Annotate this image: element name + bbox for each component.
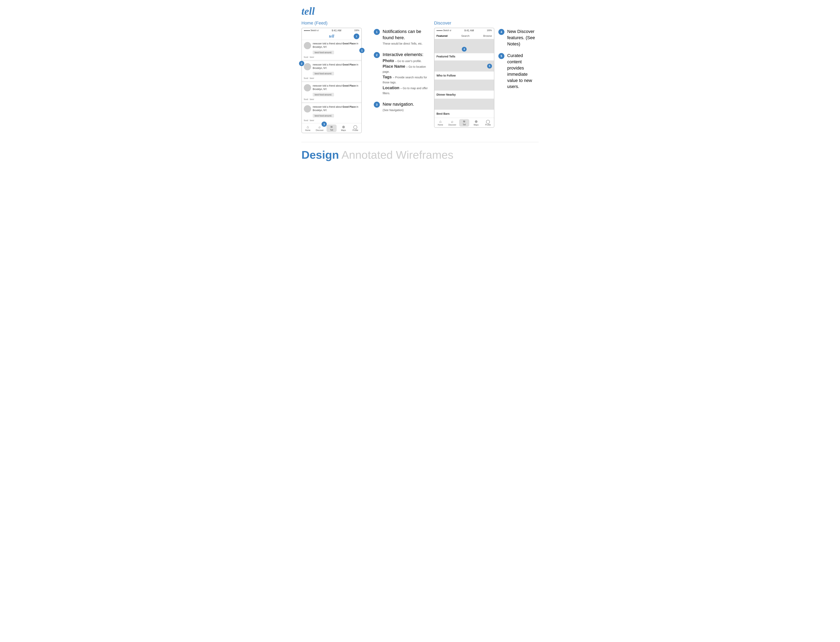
feed-tag[interactable]: food (304, 56, 308, 58)
discover-nav-maps[interactable]: ⊕ Maps (471, 120, 481, 126)
feed-tag[interactable]: food (304, 98, 308, 101)
tab-browse[interactable]: Browse (483, 34, 492, 37)
nav-maps[interactable]: ⊕ Maps (338, 125, 348, 131)
ann-text-5: Curated content provides immediate value… (507, 53, 539, 90)
feed-tags: food beer (304, 55, 359, 58)
feed-tag[interactable]: food (304, 77, 308, 79)
discover-status-signal: ●●●●● Sketch ⊄ (437, 29, 451, 32)
status-battery: 100% (354, 29, 359, 32)
feed-tags: food beer (304, 119, 359, 122)
ann-location: Location (383, 86, 399, 90)
feed-text: newuser told a friend about Good Place i… (313, 63, 359, 70)
ann-photo-desc: – Go to user's profile. (395, 60, 422, 63)
home-section-title: Home (Feed) (301, 21, 370, 26)
annotation-1: 1 Notifications can be found here. These… (374, 29, 430, 46)
annotation-2: 2 Interactive elements: Photo – Go to us… (374, 52, 430, 96)
best-bars-section: Best Bars (434, 110, 494, 117)
discover-status-time: 9:41 AM (465, 29, 474, 32)
annotation-badge-3: 3 (322, 122, 327, 127)
page-wrapper: tell Home (Feed) 1 2 3 ●●●●● Sketch ⊄ 9:… (293, 0, 547, 167)
feed-tags: food beer (304, 97, 359, 101)
discover-badge-4: 4 (462, 47, 466, 52)
discover-nav-profile[interactable]: ◯ Profile (483, 120, 493, 126)
home-section: Home (Feed) 1 2 3 ●●●●● Sketch ⊄ 9:41 AM… (301, 21, 370, 134)
home-icon: ⌂ (307, 125, 309, 129)
tab-featured[interactable]: Featured (437, 34, 448, 37)
nav-home[interactable]: ⌂ Home (303, 125, 313, 131)
discover-phone-mockup: ●●●●● Sketch ⊄ 9:41 AM 100% Featured Sea… (434, 28, 494, 128)
feed-item-4: newuser told a friend about Good Place i… (302, 103, 361, 123)
nav-tell-label-d: Tell (463, 123, 466, 126)
nav-profile[interactable]: ◯ Profile (350, 125, 360, 131)
feed-item-header: newuser told a friend about Good Place i… (304, 42, 359, 49)
feed-avatar[interactable] (304, 42, 311, 49)
ann-text-4: New Discover features. (See Notes) (507, 29, 539, 47)
tell-icon: ≋ (330, 125, 333, 128)
status-time: 9:41 AM (332, 29, 341, 32)
maps-icon-d: ⊕ (474, 120, 478, 123)
ann-large-3: New navigation. (383, 102, 414, 107)
feed-text: newuser told a friend about Good Place i… (313, 105, 359, 112)
discover-nav-discover[interactable]: ⌕ Discover (447, 120, 457, 126)
profile-icon-d: ◯ (486, 120, 490, 123)
right-annotation-5: 5 Curated content provides immediate val… (498, 53, 539, 90)
ann-large-5: Curated content provides immediate value… (507, 53, 532, 89)
phone-nav: ⌂ Home ⌕ Discover ≋ Tell ⊕ (302, 123, 361, 133)
annotation-3: 3 New navigation. (See Navigation) (374, 101, 430, 112)
ann-large-1: Notifications can be found here. (383, 29, 421, 40)
ann-number-5: 5 (498, 53, 504, 59)
feed-tag[interactable]: food (304, 119, 308, 122)
ann-small-3: (See Navigation) (383, 109, 403, 112)
nav-home-label-d: Home (438, 124, 443, 126)
ann-large-2: Interactive elements: (383, 52, 423, 57)
feed-tags: food beer (304, 76, 359, 80)
best-bars-content (434, 99, 494, 110)
annotation-badge-1: 1 (359, 48, 364, 53)
dinner-nearby-section: Dinner Nearby (434, 91, 494, 98)
nav-discover-label: Discover (316, 129, 323, 131)
status-signal: ●●●●● Sketch ⊄ (304, 29, 319, 32)
who-to-follow-label: Who to Follow (437, 74, 492, 77)
feed-tag[interactable]: beer (310, 98, 314, 101)
right-annotation-4: 4 New Discover features. (See Notes) (498, 29, 539, 47)
best-bars-label: Best Bars (437, 112, 492, 115)
feed-tag[interactable]: beer (310, 56, 314, 58)
nav-profile-label-d: Profile (485, 124, 491, 126)
who-to-follow-section: Who to Follow (434, 72, 494, 79)
ann-photo: Photo (383, 58, 394, 63)
nav-home-label: Home (305, 129, 310, 131)
feed-avatar[interactable] (304, 63, 311, 70)
discover-status-bar: ●●●●● Sketch ⊄ 9:41 AM 100% (434, 28, 494, 33)
feed-avatar[interactable] (304, 105, 311, 112)
feed-quote: best food around. (313, 93, 334, 96)
ann-number-1: 1 (374, 29, 380, 35)
ann-small-1: These would be direct Tells, etc. (383, 42, 422, 45)
nav-tell[interactable]: ≋ Tell (327, 125, 336, 132)
dinner-nearby-content (434, 79, 494, 91)
notification-badge[interactable]: 1 (354, 34, 359, 39)
footer-bold: Design (301, 148, 339, 161)
featured-tells-label: Featured Tells (437, 55, 492, 58)
feed-tag[interactable]: beer (310, 119, 314, 122)
nav-maps-label: Maps (341, 129, 346, 131)
tab-search[interactable]: Search (461, 34, 470, 37)
discover-badge-5: 5 (487, 64, 492, 68)
feed-quote: best food around. (313, 50, 334, 54)
discover-status-battery: 100% (487, 29, 492, 32)
ann-place: Place Name (383, 64, 405, 68)
dinner-nearby-label: Dinner Nearby (437, 93, 492, 96)
discover-nav-home[interactable]: ⌂ Home (435, 120, 445, 126)
discover-section: Discover ●●●●● Sketch ⊄ 9:41 AM 100% Fea… (434, 21, 494, 134)
feed-avatar[interactable] (304, 84, 311, 91)
who-to-follow-content: 5 (434, 60, 494, 71)
discover-phone-nav: ⌂ Home ⌕ Discover ≋ Tell ⊕ (434, 118, 494, 127)
featured-tells-section: Featured Tells (434, 53, 494, 60)
feed-tag[interactable]: beer (310, 77, 314, 79)
nav-discover-label-d: Discover (448, 124, 456, 126)
footer-light: Annotated Wireframes (339, 148, 453, 161)
discover-nav-tell[interactable]: ≋ Tell (459, 119, 469, 126)
feed-text: newuser told a friend about Good Place i… (313, 84, 359, 91)
ann-large-4: New Discover features. (See Notes) (507, 29, 535, 46)
featured-hero-area: 4 (434, 39, 494, 53)
profile-icon: ◯ (353, 125, 357, 129)
